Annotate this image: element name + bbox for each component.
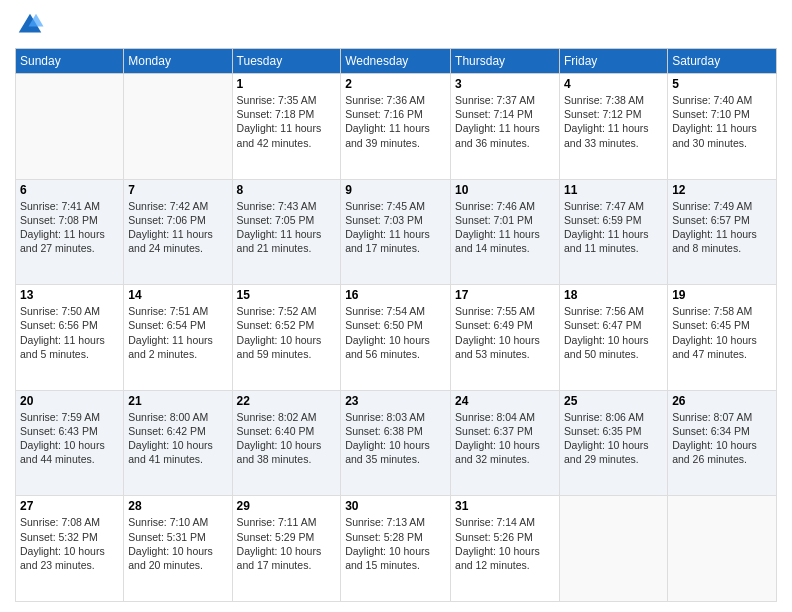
day-number: 4	[564, 77, 663, 91]
calendar-cell: 24Sunrise: 8:04 AM Sunset: 6:37 PM Dayli…	[451, 390, 560, 496]
day-info: Sunrise: 7:43 AM Sunset: 7:05 PM Dayligh…	[237, 199, 337, 256]
calendar-week-1: 1Sunrise: 7:35 AM Sunset: 7:18 PM Daylig…	[16, 74, 777, 180]
day-info: Sunrise: 7:36 AM Sunset: 7:16 PM Dayligh…	[345, 93, 446, 150]
day-number: 12	[672, 183, 772, 197]
page: SundayMondayTuesdayWednesdayThursdayFrid…	[0, 0, 792, 612]
calendar-cell: 19Sunrise: 7:58 AM Sunset: 6:45 PM Dayli…	[668, 285, 777, 391]
calendar-week-5: 27Sunrise: 7:08 AM Sunset: 5:32 PM Dayli…	[16, 496, 777, 602]
day-number: 11	[564, 183, 663, 197]
day-number: 9	[345, 183, 446, 197]
logo	[15, 10, 49, 40]
day-number: 28	[128, 499, 227, 513]
calendar-cell: 22Sunrise: 8:02 AM Sunset: 6:40 PM Dayli…	[232, 390, 341, 496]
calendar-cell	[668, 496, 777, 602]
calendar-cell: 4Sunrise: 7:38 AM Sunset: 7:12 PM Daylig…	[559, 74, 667, 180]
calendar-cell: 28Sunrise: 7:10 AM Sunset: 5:31 PM Dayli…	[124, 496, 232, 602]
header	[15, 10, 777, 40]
day-info: Sunrise: 8:02 AM Sunset: 6:40 PM Dayligh…	[237, 410, 337, 467]
day-info: Sunrise: 7:40 AM Sunset: 7:10 PM Dayligh…	[672, 93, 772, 150]
day-header-tuesday: Tuesday	[232, 49, 341, 74]
calendar-table: SundayMondayTuesdayWednesdayThursdayFrid…	[15, 48, 777, 602]
calendar-cell: 31Sunrise: 7:14 AM Sunset: 5:26 PM Dayli…	[451, 496, 560, 602]
calendar-cell: 18Sunrise: 7:56 AM Sunset: 6:47 PM Dayli…	[559, 285, 667, 391]
day-number: 19	[672, 288, 772, 302]
calendar-week-2: 6Sunrise: 7:41 AM Sunset: 7:08 PM Daylig…	[16, 179, 777, 285]
day-info: Sunrise: 7:47 AM Sunset: 6:59 PM Dayligh…	[564, 199, 663, 256]
day-number: 24	[455, 394, 555, 408]
day-info: Sunrise: 7:46 AM Sunset: 7:01 PM Dayligh…	[455, 199, 555, 256]
day-number: 10	[455, 183, 555, 197]
day-number: 13	[20, 288, 119, 302]
day-header-sunday: Sunday	[16, 49, 124, 74]
day-number: 21	[128, 394, 227, 408]
day-info: Sunrise: 7:10 AM Sunset: 5:31 PM Dayligh…	[128, 515, 227, 572]
day-info: Sunrise: 7:56 AM Sunset: 6:47 PM Dayligh…	[564, 304, 663, 361]
calendar-cell: 11Sunrise: 7:47 AM Sunset: 6:59 PM Dayli…	[559, 179, 667, 285]
day-number: 20	[20, 394, 119, 408]
calendar-cell: 25Sunrise: 8:06 AM Sunset: 6:35 PM Dayli…	[559, 390, 667, 496]
day-number: 3	[455, 77, 555, 91]
day-number: 31	[455, 499, 555, 513]
day-info: Sunrise: 7:50 AM Sunset: 6:56 PM Dayligh…	[20, 304, 119, 361]
day-number: 2	[345, 77, 446, 91]
calendar-cell: 30Sunrise: 7:13 AM Sunset: 5:28 PM Dayli…	[341, 496, 451, 602]
day-header-friday: Friday	[559, 49, 667, 74]
day-number: 15	[237, 288, 337, 302]
calendar-cell: 8Sunrise: 7:43 AM Sunset: 7:05 PM Daylig…	[232, 179, 341, 285]
day-number: 7	[128, 183, 227, 197]
day-info: Sunrise: 7:49 AM Sunset: 6:57 PM Dayligh…	[672, 199, 772, 256]
day-number: 8	[237, 183, 337, 197]
day-info: Sunrise: 7:59 AM Sunset: 6:43 PM Dayligh…	[20, 410, 119, 467]
day-info: Sunrise: 7:54 AM Sunset: 6:50 PM Dayligh…	[345, 304, 446, 361]
day-number: 16	[345, 288, 446, 302]
day-number: 14	[128, 288, 227, 302]
day-number: 18	[564, 288, 663, 302]
day-number: 1	[237, 77, 337, 91]
calendar-header-row: SundayMondayTuesdayWednesdayThursdayFrid…	[16, 49, 777, 74]
calendar-cell: 9Sunrise: 7:45 AM Sunset: 7:03 PM Daylig…	[341, 179, 451, 285]
calendar-cell: 17Sunrise: 7:55 AM Sunset: 6:49 PM Dayli…	[451, 285, 560, 391]
day-info: Sunrise: 8:06 AM Sunset: 6:35 PM Dayligh…	[564, 410, 663, 467]
logo-icon	[15, 10, 45, 40]
calendar-cell: 21Sunrise: 8:00 AM Sunset: 6:42 PM Dayli…	[124, 390, 232, 496]
calendar-cell: 5Sunrise: 7:40 AM Sunset: 7:10 PM Daylig…	[668, 74, 777, 180]
day-info: Sunrise: 7:37 AM Sunset: 7:14 PM Dayligh…	[455, 93, 555, 150]
day-info: Sunrise: 7:11 AM Sunset: 5:29 PM Dayligh…	[237, 515, 337, 572]
day-info: Sunrise: 7:41 AM Sunset: 7:08 PM Dayligh…	[20, 199, 119, 256]
day-number: 30	[345, 499, 446, 513]
calendar-cell: 26Sunrise: 8:07 AM Sunset: 6:34 PM Dayli…	[668, 390, 777, 496]
day-number: 23	[345, 394, 446, 408]
day-header-thursday: Thursday	[451, 49, 560, 74]
day-info: Sunrise: 7:51 AM Sunset: 6:54 PM Dayligh…	[128, 304, 227, 361]
day-number: 26	[672, 394, 772, 408]
calendar-cell: 2Sunrise: 7:36 AM Sunset: 7:16 PM Daylig…	[341, 74, 451, 180]
day-number: 22	[237, 394, 337, 408]
calendar-cell: 6Sunrise: 7:41 AM Sunset: 7:08 PM Daylig…	[16, 179, 124, 285]
day-info: Sunrise: 7:45 AM Sunset: 7:03 PM Dayligh…	[345, 199, 446, 256]
calendar-cell	[124, 74, 232, 180]
day-info: Sunrise: 7:38 AM Sunset: 7:12 PM Dayligh…	[564, 93, 663, 150]
day-number: 17	[455, 288, 555, 302]
day-info: Sunrise: 7:55 AM Sunset: 6:49 PM Dayligh…	[455, 304, 555, 361]
calendar-cell: 23Sunrise: 8:03 AM Sunset: 6:38 PM Dayli…	[341, 390, 451, 496]
day-number: 6	[20, 183, 119, 197]
calendar-cell: 10Sunrise: 7:46 AM Sunset: 7:01 PM Dayli…	[451, 179, 560, 285]
day-header-wednesday: Wednesday	[341, 49, 451, 74]
day-number: 5	[672, 77, 772, 91]
day-number: 25	[564, 394, 663, 408]
calendar-cell: 12Sunrise: 7:49 AM Sunset: 6:57 PM Dayli…	[668, 179, 777, 285]
day-info: Sunrise: 7:35 AM Sunset: 7:18 PM Dayligh…	[237, 93, 337, 150]
calendar-cell: 15Sunrise: 7:52 AM Sunset: 6:52 PM Dayli…	[232, 285, 341, 391]
day-info: Sunrise: 7:52 AM Sunset: 6:52 PM Dayligh…	[237, 304, 337, 361]
calendar-cell: 14Sunrise: 7:51 AM Sunset: 6:54 PM Dayli…	[124, 285, 232, 391]
calendar-cell: 20Sunrise: 7:59 AM Sunset: 6:43 PM Dayli…	[16, 390, 124, 496]
calendar-cell: 3Sunrise: 7:37 AM Sunset: 7:14 PM Daylig…	[451, 74, 560, 180]
day-info: Sunrise: 7:08 AM Sunset: 5:32 PM Dayligh…	[20, 515, 119, 572]
calendar-cell	[559, 496, 667, 602]
day-number: 27	[20, 499, 119, 513]
calendar-cell: 13Sunrise: 7:50 AM Sunset: 6:56 PM Dayli…	[16, 285, 124, 391]
day-info: Sunrise: 8:00 AM Sunset: 6:42 PM Dayligh…	[128, 410, 227, 467]
day-info: Sunrise: 7:42 AM Sunset: 7:06 PM Dayligh…	[128, 199, 227, 256]
calendar-cell: 27Sunrise: 7:08 AM Sunset: 5:32 PM Dayli…	[16, 496, 124, 602]
day-info: Sunrise: 7:58 AM Sunset: 6:45 PM Dayligh…	[672, 304, 772, 361]
